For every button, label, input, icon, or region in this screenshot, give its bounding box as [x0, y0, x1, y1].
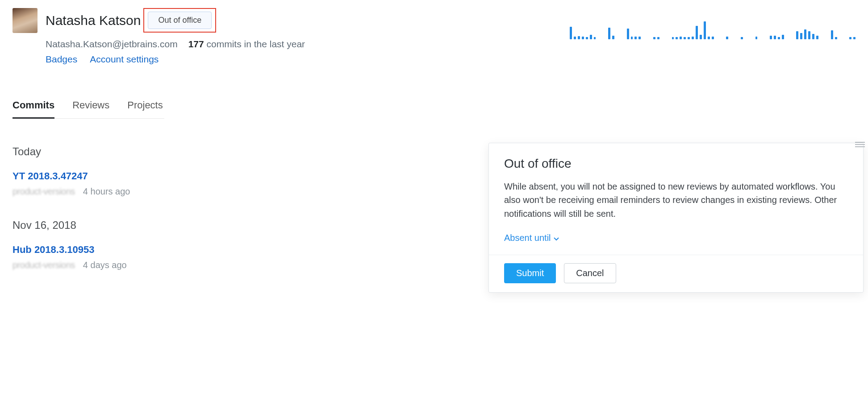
- commit-count-suffix: commits in the last year: [204, 39, 305, 49]
- user-name: Natasha Katson: [46, 13, 141, 28]
- activity-bar: [804, 29, 806, 39]
- activity-bar: [653, 37, 655, 39]
- absent-until-dropdown[interactable]: Absent until: [504, 233, 559, 243]
- activity-bar: [570, 27, 572, 39]
- activity-bar: [770, 36, 772, 39]
- highlight-annotation: Out of office: [143, 8, 216, 33]
- activity-bar: [712, 37, 714, 39]
- activity-bar: [741, 37, 743, 39]
- commit-count: 177: [188, 39, 204, 49]
- activity-bar: [835, 37, 837, 39]
- activity-sparkline: [570, 14, 855, 39]
- profile-subline: Natasha.Katson@jetbrains.com 177 commits…: [46, 39, 305, 50]
- tabs: Commits Reviews Projects: [13, 99, 164, 119]
- activity-bar: [704, 21, 706, 39]
- activity-bar: [849, 37, 851, 39]
- activity-bar: [578, 36, 580, 39]
- activity-bar: [582, 37, 584, 39]
- activity-bar: [708, 37, 710, 39]
- activity-bar: [808, 31, 810, 39]
- user-email: Natasha.Katson@jetbrains.com: [46, 39, 178, 50]
- drag-handle-icon[interactable]: [855, 142, 865, 148]
- activity-bar: [638, 37, 641, 39]
- activity-bar: [774, 36, 776, 39]
- cancel-button[interactable]: Cancel: [564, 263, 616, 283]
- out-of-office-button[interactable]: Out of office: [148, 12, 212, 29]
- commit-repo-blurred: product-versions: [13, 260, 75, 270]
- dialog-description: While absent, you will not be assigned t…: [504, 180, 848, 220]
- activity-bar: [634, 37, 637, 39]
- commit-link[interactable]: Hub 2018.3.10953: [13, 244, 94, 256]
- activity-bar: [688, 37, 690, 39]
- activity-bar: [672, 37, 674, 39]
- activity-bar: [831, 30, 833, 39]
- activity-bar: [627, 29, 629, 39]
- tab-projects[interactable]: Projects: [127, 99, 163, 118]
- activity-bar: [657, 37, 659, 39]
- dialog-title: Out of office: [504, 157, 848, 171]
- activity-bar: [812, 34, 814, 39]
- tab-reviews[interactable]: Reviews: [72, 99, 109, 118]
- user-avatar: [13, 8, 38, 33]
- out-of-office-dialog: Out of office While absent, you will not…: [488, 143, 864, 293]
- activity-bar: [676, 37, 678, 39]
- badges-link[interactable]: Badges: [46, 54, 77, 65]
- activity-bar: [684, 37, 686, 39]
- profile-links: Badges Account settings: [46, 54, 305, 65]
- activity-bar: [590, 35, 592, 39]
- dialog-footer: Submit Cancel: [489, 255, 863, 292]
- activity-bar: [586, 37, 588, 39]
- activity-bar: [816, 36, 818, 39]
- tab-commits[interactable]: Commits: [13, 99, 54, 119]
- activity-bar: [612, 36, 614, 39]
- commit-repo-blurred: product-versions: [13, 186, 75, 197]
- dialog-body: Out of office While absent, you will not…: [489, 143, 863, 255]
- commit-time: 4 days ago: [83, 260, 127, 270]
- activity-bar: [700, 35, 702, 39]
- name-block: Natasha Katson Out of office Natasha.Kat…: [46, 8, 305, 65]
- absent-until-label: Absent until: [504, 233, 551, 243]
- activity-bar: [692, 37, 694, 39]
- activity-bar: [800, 33, 802, 39]
- activity-bar: [796, 31, 798, 39]
- activity-bar: [778, 37, 780, 39]
- activity-bar: [853, 37, 855, 39]
- activity-bar: [594, 37, 596, 39]
- activity-bar: [726, 37, 728, 39]
- commit-time: 4 hours ago: [83, 186, 130, 197]
- activity-bar: [631, 37, 633, 39]
- activity-bar: [608, 28, 610, 39]
- commit-summary: 177 commits in the last year: [188, 39, 305, 50]
- activity-bar: [782, 35, 784, 39]
- submit-button[interactable]: Submit: [504, 263, 556, 283]
- account-settings-link[interactable]: Account settings: [90, 54, 159, 65]
- activity-bar: [574, 37, 576, 39]
- activity-bar: [696, 26, 698, 39]
- commit-link[interactable]: YT 2018.3.47247: [13, 170, 88, 182]
- name-line: Natasha Katson Out of office: [46, 8, 305, 33]
- chevron-down-icon: [554, 233, 559, 243]
- activity-bar: [755, 37, 758, 39]
- activity-bar: [680, 37, 682, 39]
